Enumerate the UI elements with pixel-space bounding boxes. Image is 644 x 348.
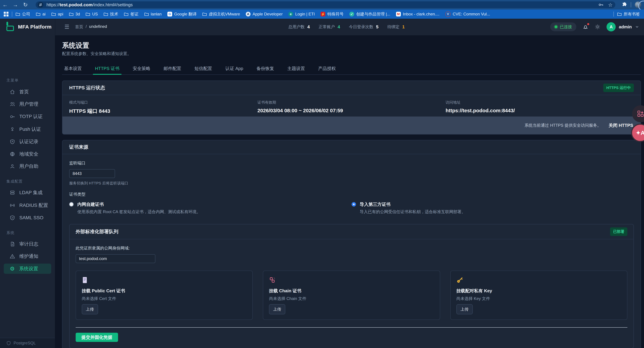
bookmark-item[interactable]: 公司 <box>16 11 30 17</box>
sidebar-item-user-management[interactable]: 用户管理 <box>4 99 51 109</box>
card-title: 证书来源 <box>69 144 88 150</box>
sidebar-item-audit-log[interactable]: 审计日志 <box>4 239 51 249</box>
address-bar[interactable]: https://test.podod.com/index.html#/setti… <box>36 1 615 8</box>
apple-icon: A <box>246 12 250 17</box>
reload-icon[interactable]: ↻ <box>20 2 30 8</box>
bookmark-item[interactable]: e Login | ETI <box>288 12 315 17</box>
divider <box>76 327 628 328</box>
bookmark-item[interactable]: 虚拟主机VMware <box>202 11 240 17</box>
back-icon[interactable]: ← <box>0 2 10 8</box>
disable-https-button[interactable]: 关闭 HTTPS <box>609 122 633 128</box>
site-settings-icon[interactable] <box>38 2 44 8</box>
sidebar-item-totp[interactable]: TOTP 认证 <box>4 111 51 122</box>
bookmarks-separator <box>614 12 614 17</box>
field-mode-port: 模式与端口 HTTPS 端口 8443 <box>69 100 258 115</box>
file-icon <box>10 242 15 247</box>
listen-port-label: 监听端口 <box>69 160 634 166</box>
stat-logins-today: 今日登录次数5 <box>349 24 378 30</box>
bookmark-item[interactable]: US <box>86 12 98 17</box>
app-header: MFA Platform ☰ 首页 / undefined 总用户数4 正常账户… <box>0 19 644 36</box>
bookmarks-separator <box>12 12 12 17</box>
connection-status-badge: 已连接 <box>550 23 576 31</box>
radio-on-icon[interactable] <box>352 202 356 207</box>
sidebar-item-maintenance[interactable]: 维护通知 <box>4 251 51 261</box>
notification-dot <box>587 23 589 25</box>
theme-toggle-icon[interactable] <box>595 24 600 30</box>
url-text[interactable]: https://test.podod.com/index.html#/setti… <box>46 2 133 8</box>
tab-https-cert[interactable]: HTTPS 证书 <box>93 66 122 75</box>
listen-port-input[interactable] <box>69 169 115 178</box>
user-menu[interactable]: A admin <box>606 22 639 32</box>
card-title: 外部标准化部署队列 <box>76 228 118 235</box>
chevron-down-icon <box>635 25 639 29</box>
tab-auth-app[interactable]: 认证 App <box>223 66 245 74</box>
sidebar-item-home[interactable]: 首页 <box>4 87 51 97</box>
apps-grid-icon[interactable] <box>4 12 8 17</box>
tab-email[interactable]: 邮件配置 <box>162 66 183 74</box>
sidebar-item-geo-security[interactable]: 地域安全 <box>4 149 51 159</box>
password-key-icon[interactable] <box>598 2 604 8</box>
gmail-icon: M <box>396 12 401 17</box>
user-avatar: A <box>606 22 616 32</box>
tab-theme[interactable]: 主题设置 <box>285 66 307 74</box>
bookmark-item[interactable]: lanlan <box>144 12 162 17</box>
bookmark-item[interactable]: api <box>52 12 63 17</box>
url-scheme: https:// <box>46 2 60 7</box>
upload-chain-button[interactable]: 上传 <box>269 304 285 314</box>
upload-key-button[interactable]: 上传 <box>456 304 473 314</box>
tab-license[interactable]: 产品授权 <box>316 66 338 74</box>
bookmark-star-icon[interactable]: ☆ <box>608 2 612 8</box>
sidebar-item-push[interactable]: Push 认证 <box>4 124 51 134</box>
key-icon <box>10 114 15 119</box>
menu-toggle-icon[interactable]: ☰ <box>64 24 69 30</box>
radio-third-party-cert[interactable]: 导入第三方证书 导入已有的公网受信任证书和私钥，适合标准互联网部署。 <box>352 202 634 215</box>
extensions-icon[interactable] <box>622 2 627 8</box>
db-shield-icon <box>6 341 11 345</box>
bookmark-item[interactable]: ai <box>36 12 46 17</box>
cert-type-label: 证书类型 <box>69 192 634 197</box>
bookmark-item[interactable]: A Apple Developer <box>246 12 282 17</box>
radio-off-icon[interactable] <box>69 202 74 207</box>
sidebar-item-radius[interactable]: RADIUS 配置 <box>4 200 51 211</box>
header-stats: 总用户数4 正常账户4 今日登录次数5 待绑定1 <box>288 19 405 35</box>
screen: ← → ↻ https://test.podod.com/index.html#… <box>0 0 644 348</box>
tab-security-policy[interactable]: 安全策略 <box>130 66 152 74</box>
bookmark-item[interactable]: M Inbox - clark.chen.... <box>396 12 440 17</box>
sidebar-item-self-service[interactable]: 用户自助 <box>4 161 51 171</box>
domain-input[interactable] <box>76 254 155 263</box>
settings-tabs: 基本设置 HTTPS 证书 安全策略 邮件配置 短信配置 认证 App 备份恢复… <box>62 66 641 75</box>
sidebar: 主菜单 首页 用户管理 TOTP 认证 Push 认证 认证记录 地域安全 用户… <box>0 35 55 348</box>
notifications-bell-icon[interactable] <box>582 24 588 30</box>
upload-cert-button[interactable]: 上传 <box>82 304 98 314</box>
bookmark-item[interactable]: V CVE: Common Vul... <box>445 11 490 17</box>
sidebar-item-auth-records[interactable]: 认证记录 <box>4 136 51 147</box>
bookmark-item[interactable]: 签证 <box>124 11 138 17</box>
radio-internal-cert[interactable]: 内网自建证书 使用系统内置 Root CA 签发站点证书，适合内网、测试或私有环… <box>69 202 352 215</box>
app-title: MFA Platform <box>18 24 52 30</box>
bookmark-item[interactable]: 3d <box>69 12 80 17</box>
bookmark-item[interactable]: 技术 <box>104 11 118 17</box>
tab-sms[interactable]: 短信配置 <box>192 66 214 74</box>
push-icon <box>10 127 15 132</box>
sidebar-item-saml[interactable]: SAML SSO <box>4 213 51 223</box>
deploy-queue-card: 外部标准化部署队列 已部署 此凭证所隶属的公网身份网域: <box>69 224 634 348</box>
bolt-icon: ⚡ <box>320 12 325 17</box>
listen-port-help: 服务切换到 HTTPS 后将监听该端口 <box>69 181 634 186</box>
lock-logo-icon <box>6 23 14 31</box>
stat-active-accounts: 正常账户4 <box>318 24 340 30</box>
bookmark-item[interactable]: ⚡ 特殊符号 <box>320 11 344 17</box>
bookmark-item[interactable]: G Google 翻译 <box>168 11 196 17</box>
chain-icon <box>269 277 276 283</box>
tab-backup[interactable]: 备份恢复 <box>254 66 276 74</box>
google-translate-icon: G <box>168 12 172 17</box>
tab-basic[interactable]: 基本设置 <box>62 66 84 74</box>
submit-credentials-button[interactable]: 提交并固化凭据 <box>76 333 118 342</box>
forward-icon[interactable]: → <box>10 2 20 8</box>
sidebar-item-ldap[interactable]: LDAP 集成 <box>4 188 51 198</box>
bookmark-item[interactable]: ✓ 创建与作品管理 |... <box>350 11 390 17</box>
breadcrumb-home[interactable]: 首页 <box>75 24 83 30</box>
sidebar-item-system-settings[interactable]: ⚙ 系统设置 <box>4 264 51 274</box>
card-title: HTTPS 运行状态 <box>69 85 105 91</box>
all-bookmarks[interactable]: 所有书签 <box>617 11 640 17</box>
gear-icon: ⚙ <box>10 266 15 271</box>
